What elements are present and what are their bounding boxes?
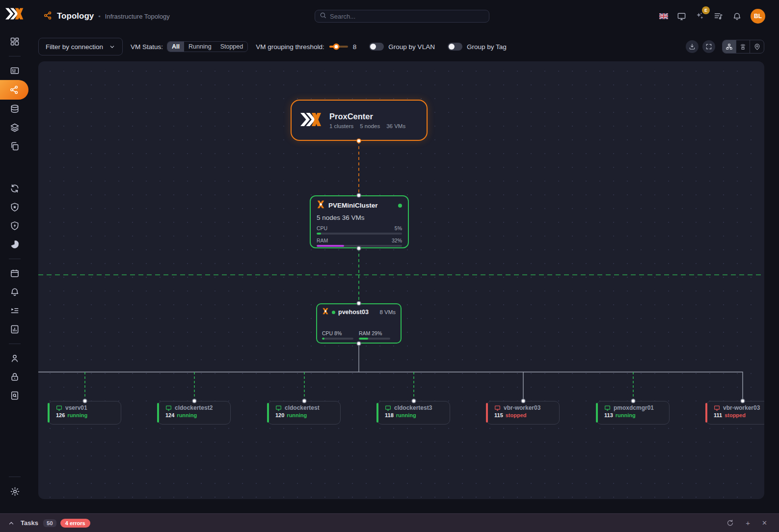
sidebar-item-analytics[interactable] [0, 320, 29, 339]
node-cluster[interactable]: PVEMiniCluster 5 nodes 36 VMs CPU 5% RAM… [310, 195, 409, 248]
vm-group-node-vserv01[interactable]: vserv01 126running [48, 401, 121, 425]
vm-status-accent [596, 403, 598, 423]
vm-status-accent [376, 403, 378, 423]
vm-status-accent [267, 403, 269, 423]
vm-id: 120 [275, 412, 284, 418]
root-stat-clusters: 1 clusters [329, 123, 353, 129]
sidebar-item-reports-pie[interactable] [0, 235, 29, 254]
sidebar-item-settings[interactable] [0, 482, 29, 501]
vm-id: 126 [56, 412, 65, 418]
proxmox-x-icon [322, 308, 329, 317]
vm-group-node-vbr-worker03[interactable]: vbr-worker03 115stopped [486, 401, 560, 425]
bell-icon[interactable] [732, 12, 742, 21]
add-task-button[interactable]: + [746, 519, 750, 527]
refresh-icon [726, 519, 734, 527]
activity-queue-icon[interactable] [714, 11, 724, 21]
app-logo-icon[interactable] [5, 7, 24, 23]
sidebar-divider [9, 56, 21, 56]
vm-status-option-all[interactable]: All [167, 42, 184, 52]
title-separator: • [98, 13, 101, 20]
vm-status-option-running[interactable]: Running [184, 42, 216, 52]
vm-monitor-icon [165, 405, 172, 411]
root-stat-vms: 36 VMs [386, 123, 405, 129]
sidebar-divider [9, 344, 21, 344]
sidebar-item-replication[interactable] [0, 137, 29, 156]
page-title: Topology [57, 11, 94, 21]
cluster-ram-value: 32% [392, 238, 402, 243]
group-by-tag-label: Group by Tag [467, 43, 507, 51]
filter-by-connection-dropdown[interactable]: Filter by connection [38, 38, 123, 55]
vm-id: 111 [714, 412, 722, 418]
group-by-vlan-toggle[interactable] [369, 43, 384, 51]
cluster-cpu-bar [317, 233, 321, 235]
vm-status: running [67, 412, 87, 418]
node-proxcenter[interactable]: ProxCenter 1 clusters 5 nodes 36 VMs [291, 100, 428, 141]
sidebar-item-users[interactable] [0, 349, 29, 368]
vm-status-accent [48, 403, 50, 423]
chevron-up-icon [8, 520, 15, 527]
vm-monitor-icon [714, 405, 720, 411]
sidebar-item-sync[interactable] [0, 179, 29, 198]
search-input[interactable] [330, 13, 484, 20]
close-tasks-button[interactable]: ✕ [762, 519, 767, 527]
sidebar-item-shield-bolt[interactable] [0, 216, 29, 235]
fullscreen-button[interactable] [702, 40, 715, 53]
vm-status-option-stopped[interactable]: Stopped [216, 42, 248, 52]
notification-count-badge: E [702, 6, 710, 14]
language-flag-icon[interactable] [659, 13, 668, 19]
sidebar-item-notifications[interactable] [0, 283, 29, 301]
vm-id: 118 [385, 412, 394, 418]
geo-view-button[interactable] [750, 40, 764, 53]
vm-grouping-slider[interactable] [329, 46, 348, 48]
vm-name: cldockertest2 [175, 404, 213, 411]
vm-group-node-cldockertest3[interactable]: cldockertest3 118running [377, 401, 450, 425]
refresh-tasks-button[interactable] [726, 519, 734, 527]
vm-group-node-cldockertest2[interactable]: cldockertest2 124running [158, 401, 231, 425]
host-cpu-label: CPU 8% [322, 330, 359, 336]
tasks-statusbar: Tasks 50 4 errors + ✕ [0, 513, 779, 532]
node-host[interactable]: pvehost03 8 VMs CPU 8% RAM 29% [316, 303, 402, 344]
user-avatar[interactable]: BL [751, 9, 765, 24]
search-bar[interactable] [315, 10, 489, 23]
sidebar-item-datacenter[interactable] [0, 61, 29, 80]
sidebar-item-task-queue[interactable] [0, 301, 29, 320]
tasks-errors-badge: 4 errors [60, 519, 90, 528]
sidebar-item-storage[interactable] [0, 100, 29, 118]
sidebar-item-layers[interactable] [0, 118, 29, 137]
cluster-ram-bar [317, 245, 344, 247]
sidebar-item-topology[interactable] [0, 80, 28, 100]
vm-status-accent [157, 403, 159, 423]
hierarchy-icon [725, 43, 733, 51]
expand-tasks-button[interactable] [8, 520, 15, 527]
sidebar-item-dashboard[interactable] [0, 32, 29, 51]
sidebar-item-calendar[interactable] [0, 264, 29, 283]
host-cpu-bar [322, 338, 324, 340]
header: Topology • Infrastructure Topology E BL [29, 0, 779, 32]
vm-group-node-pmoxdcmgr01[interactable]: pmoxdcmgr01 113running [596, 401, 670, 425]
vm-name: pmoxdcmgr01 [614, 404, 654, 411]
group-by-vlan-label: Group by VLAN [388, 43, 435, 51]
sidebar-item-shield-star[interactable] [0, 198, 29, 216]
vm-status-segmented: All Running Stopped [167, 41, 248, 52]
vm-group-node-vbr-worker03[interactable]: vbr-worker03 111stopped [706, 401, 764, 425]
page-subtitle: Infrastructure Topology [105, 13, 170, 20]
display-icon[interactable] [677, 12, 686, 21]
proxcenter-logo-icon [300, 112, 322, 129]
slider-knob[interactable] [333, 44, 339, 50]
export-download-button[interactable] [686, 40, 698, 53]
host-vm-count: 8 VMs [379, 309, 396, 315]
hierarchy-view-button[interactable] [723, 40, 736, 53]
network-view-button[interactable] [736, 40, 750, 53]
download-icon [689, 43, 696, 50]
tasks-label: Tasks [21, 519, 38, 527]
ai-sparkles-icon[interactable]: E [695, 11, 705, 21]
sidebar [0, 0, 29, 513]
vm-group-node-cldockertest[interactable]: cldockertest 120running [268, 401, 341, 425]
host-name: pvehost03 [338, 309, 369, 316]
root-stat-nodes: 5 nodes [360, 123, 380, 129]
sidebar-item-security-lock[interactable] [0, 368, 29, 386]
topology-canvas[interactable]: ProxCenter 1 clusters 5 nodes 36 VMs PVE… [38, 61, 764, 499]
sidebar-item-audit-log[interactable] [0, 386, 29, 405]
group-by-tag-toggle[interactable] [448, 43, 462, 51]
map-pin-icon [753, 43, 761, 51]
